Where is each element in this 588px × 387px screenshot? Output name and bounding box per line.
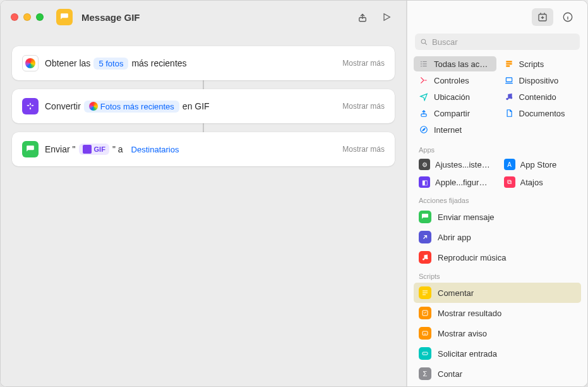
svg-point-17 xyxy=(426,257,428,259)
token-label: GIF xyxy=(94,145,105,153)
configurator-app-icon: ◧ xyxy=(419,176,430,188)
text-segment: Convertir xyxy=(45,101,81,111)
settings-app-icon: ⚙ xyxy=(419,159,430,170)
app-label: Apple...figurator xyxy=(435,178,491,187)
music-icon xyxy=(419,251,431,264)
gif-glyph-icon xyxy=(83,145,92,154)
app-window: Message GIF Obtener las 5 fotos más reci… xyxy=(0,0,588,387)
action-select-menu[interactable]: Seleccionar del menú xyxy=(414,384,581,386)
action-convert-gif[interactable]: Convertir Fotos más recientes en GIF Mos… xyxy=(12,89,395,123)
document-icon xyxy=(504,108,514,118)
svg-point-5 xyxy=(421,61,422,63)
action-count[interactable]: Σ Contar xyxy=(414,364,581,384)
category-content[interactable]: Contenido xyxy=(499,89,582,104)
category-documents[interactable]: Documentos xyxy=(499,106,582,121)
action-label: Mostrar resultado xyxy=(438,309,501,318)
traffic-lights xyxy=(11,13,44,21)
library-scroll[interactable]: Todas las acci... Scripts Controles xyxy=(407,55,587,386)
svg-point-16 xyxy=(423,259,424,261)
controls-icon xyxy=(419,75,429,85)
scripts-section-header: Scripts xyxy=(407,269,587,281)
info-button[interactable] xyxy=(557,8,579,26)
app-item-shortcuts[interactable]: ⧉ Atajos xyxy=(499,174,582,190)
svg-point-13 xyxy=(510,97,512,99)
category-label: Documentos xyxy=(519,109,565,118)
open-app-icon xyxy=(419,231,431,243)
category-scripts[interactable]: Scripts xyxy=(499,56,582,71)
token-label: Fotos más recientes xyxy=(100,102,174,111)
category-location[interactable]: Ubicación xyxy=(414,89,496,104)
app-item-settings[interactable]: ⚙ Ajustes...istema xyxy=(414,156,496,173)
action-ask-input[interactable]: Solicitar entrada xyxy=(414,343,581,364)
action-label: Contar xyxy=(438,369,462,379)
category-internet[interactable]: Internet xyxy=(414,122,496,137)
shortcut-app-icon xyxy=(56,9,73,25)
variable-token[interactable]: Fotos más recientes xyxy=(84,101,179,113)
library-toolbar xyxy=(407,1,587,34)
action-send-message[interactable]: Enviar " GIF " a Destinatarios Mostrar m… xyxy=(12,132,395,166)
action-label: Reproducir música xyxy=(438,253,506,262)
category-label: Controles xyxy=(434,76,469,85)
svg-rect-22 xyxy=(423,331,428,335)
music-note-icon xyxy=(504,92,514,102)
zoom-window-button[interactable] xyxy=(36,13,44,21)
show-more-button[interactable]: Mostrar más xyxy=(342,102,385,111)
titlebar: Message GIF xyxy=(1,1,406,34)
category-all-actions[interactable]: Todas las acci... xyxy=(414,56,496,71)
action-show-alert[interactable]: Mostrar aviso xyxy=(414,323,581,343)
close-window-button[interactable] xyxy=(11,13,18,21)
input-icon xyxy=(419,347,431,360)
action-text: Convertir Fotos más recientes en GIF xyxy=(45,101,210,113)
app-label: Atajos xyxy=(520,178,543,187)
svg-point-7 xyxy=(421,63,422,64)
show-more-button[interactable]: Mostrar más xyxy=(342,145,385,154)
action-open-app[interactable]: Abrir app xyxy=(414,227,581,247)
svg-rect-10 xyxy=(423,66,426,66)
photo-count-token[interactable]: 5 fotos xyxy=(93,58,128,70)
recipients-token[interactable]: Destinatarios xyxy=(126,144,184,156)
workflow-editor[interactable]: Obtener las 5 fotos más recientes Mostra… xyxy=(1,34,406,386)
svg-rect-14 xyxy=(421,114,426,116)
app-item-configurator[interactable]: ◧ Apple...figurator xyxy=(414,174,496,190)
show-more-button[interactable]: Mostrar más xyxy=(342,59,385,68)
action-show-result[interactable]: Mostrar resultado xyxy=(414,303,581,323)
list-icon xyxy=(419,59,429,69)
minimize-window-button[interactable] xyxy=(23,13,31,21)
result-icon xyxy=(419,307,431,319)
text-segment: Obtener las xyxy=(45,58,90,68)
category-label: Todas las acci... xyxy=(434,59,491,69)
appstore-app-icon: A xyxy=(504,159,515,170)
svg-rect-11 xyxy=(506,78,512,82)
shortcuts-app-icon: ⧉ xyxy=(504,176,515,188)
safari-icon xyxy=(419,125,429,135)
share-button[interactable] xyxy=(353,8,372,27)
photos-glyph-icon xyxy=(89,102,98,111)
run-button[interactable] xyxy=(377,8,396,27)
category-share[interactable]: Compartir xyxy=(414,106,496,121)
text-segment: más recientes xyxy=(131,58,186,68)
action-comment[interactable]: Comentar xyxy=(414,283,581,303)
search-box[interactable] xyxy=(415,34,580,50)
action-get-photos[interactable]: Obtener las 5 fotos más recientes Mostra… xyxy=(12,46,395,80)
svg-rect-8 xyxy=(423,63,426,64)
category-device[interactable]: Dispositivo xyxy=(499,73,582,88)
device-icon xyxy=(504,75,514,85)
svg-rect-6 xyxy=(423,61,426,62)
photos-icon xyxy=(22,55,39,71)
gif-token[interactable]: GIF xyxy=(79,144,109,155)
text-segment: " a xyxy=(112,144,123,154)
library-button[interactable] xyxy=(532,8,553,26)
script-icon xyxy=(504,59,514,69)
category-controls[interactable]: Controles xyxy=(414,73,496,88)
svg-rect-20 xyxy=(423,295,426,295)
svg-point-4 xyxy=(421,39,426,43)
app-label: App Store xyxy=(520,160,557,169)
apps-grid: ⚙ Ajustes...istema A App Store ◧ Apple..… xyxy=(407,155,587,193)
action-text: Obtener las 5 fotos más recientes xyxy=(45,58,187,70)
action-play-music[interactable]: Reproducir música xyxy=(414,247,581,267)
search-input[interactable] xyxy=(432,37,575,47)
svg-rect-19 xyxy=(423,293,428,293)
app-item-appstore[interactable]: A App Store xyxy=(499,156,582,173)
action-send-message[interactable]: Enviar mensaje xyxy=(414,207,581,227)
action-label: Comentar xyxy=(438,288,474,298)
